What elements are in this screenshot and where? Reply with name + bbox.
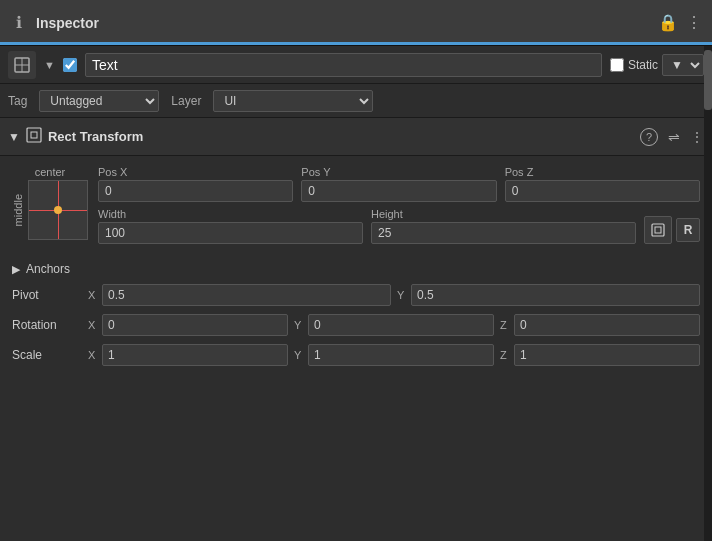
height-group: Height (371, 208, 636, 244)
rotation-y-input[interactable] (308, 314, 494, 336)
static-area: Static ▼ (610, 54, 704, 76)
rotation-row: Rotation X Y Z (12, 310, 700, 340)
tag-layer-row: Tag Untagged Layer UI (0, 84, 712, 118)
svg-rect-4 (31, 132, 37, 138)
pivot-fields: X Y (88, 284, 700, 306)
anchors-label: Anchors (26, 262, 70, 276)
scale-z-label: Z (500, 349, 512, 361)
pivot-widget: center middle (12, 166, 88, 244)
scale-y-field: Y (294, 344, 494, 366)
pos-x-input[interactable] (98, 180, 293, 202)
rect-grid: center middle Pos X (12, 166, 700, 244)
object-row: ▼ Static ▼ (0, 46, 712, 84)
pos-z-input[interactable] (505, 180, 700, 202)
height-label: Height (371, 208, 636, 220)
pos-z-group: Pos Z (505, 166, 700, 202)
anchors-collapse-arrow[interactable]: ▶ (12, 263, 20, 276)
scale-y-input[interactable] (308, 344, 494, 366)
scale-z-input[interactable] (514, 344, 700, 366)
pivot-dot (54, 206, 62, 214)
section-icon (26, 127, 42, 146)
pos-y-input[interactable] (301, 180, 496, 202)
title-tab-indicator (0, 42, 712, 45)
scrollbar[interactable] (704, 46, 712, 541)
title-bar-actions: 🔒 ⋮ (658, 13, 702, 32)
layer-select[interactable]: UI (213, 90, 373, 112)
pos-x-group: Pos X (98, 166, 293, 202)
rotation-y-field: Y (294, 314, 494, 336)
pivot-middle-label: middle (12, 194, 24, 226)
pivot-x-field: X (88, 284, 391, 306)
scale-x-label: X (88, 349, 100, 361)
object-enabled-icon: ▼ (44, 59, 55, 71)
scale-row: Scale X Y Z (12, 340, 700, 370)
svg-rect-3 (27, 128, 41, 142)
section-title: Rect Transform (48, 129, 634, 144)
pos-x-label: Pos X (98, 166, 293, 178)
object-active-checkbox[interactable] (63, 58, 77, 72)
rotation-row-label: Rotation (12, 318, 82, 332)
pivot-row: Pivot X Y (12, 280, 700, 310)
title-bar: ℹ Inspector 🔒 ⋮ (0, 0, 712, 46)
height-input[interactable] (371, 222, 636, 244)
section-actions: ? ⇌ ⋮ (640, 128, 704, 146)
pos-grid: Pos X Pos Y Pos Z Width (98, 166, 700, 244)
object-name-input[interactable] (85, 53, 602, 77)
static-label: Static (628, 58, 658, 72)
scale-z-field: Z (500, 344, 700, 366)
scale-x-input[interactable] (102, 344, 288, 366)
lock-icon[interactable]: 🔒 (658, 13, 678, 32)
width-label: Width (98, 208, 363, 220)
pivot-y-field: Y (397, 284, 700, 306)
pivot-row-label: Pivot (12, 288, 82, 302)
static-dropdown[interactable]: ▼ (662, 54, 704, 76)
pos-row-xyz: Pos X Pos Y Pos Z (98, 166, 700, 202)
anchors-row: ▶ Anchors (12, 254, 700, 280)
constrain-proportions-button[interactable] (644, 216, 672, 244)
reset-button[interactable]: R (676, 218, 700, 242)
pos-y-label: Pos Y (301, 166, 496, 178)
static-checkbox[interactable] (610, 58, 624, 72)
rotation-z-field: Z (500, 314, 700, 336)
settings-icon[interactable]: ⇌ (668, 129, 680, 145)
scale-y-label: Y (294, 349, 306, 361)
help-icon[interactable]: ? (640, 128, 658, 146)
width-group: Width (98, 208, 363, 244)
inspector-icon: ℹ (10, 14, 28, 32)
pivot-y-input[interactable] (411, 284, 700, 306)
width-input[interactable] (98, 222, 363, 244)
rotation-x-label: X (88, 319, 100, 331)
layer-label: Layer (171, 94, 201, 108)
pivot-wrapper: middle (12, 180, 88, 240)
object-icon (8, 51, 36, 79)
section-collapse-arrow[interactable]: ▼ (8, 130, 20, 144)
pivot-center-label: center (35, 166, 66, 178)
inspector-window: ℹ Inspector 🔒 ⋮ ▼ Static ▼ Tag (0, 0, 712, 541)
wh-row: Width Height R (98, 208, 700, 244)
rotation-x-input[interactable] (102, 314, 288, 336)
menu-icon[interactable]: ⋮ (686, 13, 702, 32)
pos-z-label: Pos Z (505, 166, 700, 178)
rotation-fields: X Y Z (88, 314, 700, 336)
svg-rect-6 (655, 227, 661, 233)
svg-rect-5 (652, 224, 664, 236)
tag-select[interactable]: Untagged (39, 90, 159, 112)
pivot-y-label: Y (397, 289, 409, 301)
rect-transform-header: ▼ Rect Transform ? ⇌ ⋮ (0, 118, 712, 156)
pivot-x-input[interactable] (102, 284, 391, 306)
pivot-box[interactable] (28, 180, 88, 240)
tag-label: Tag (8, 94, 27, 108)
scale-fields: X Y Z (88, 344, 700, 366)
scale-row-label: Scale (12, 348, 82, 362)
pos-y-group: Pos Y (301, 166, 496, 202)
scrollbar-thumb[interactable] (704, 50, 712, 110)
rect-transform-content: center middle Pos X (0, 156, 712, 541)
rotation-z-label: Z (500, 319, 512, 331)
rotation-z-input[interactable] (514, 314, 700, 336)
rotation-x-field: X (88, 314, 288, 336)
component-menu-icon[interactable]: ⋮ (690, 129, 704, 145)
title-bar-text: Inspector (36, 15, 99, 31)
rotation-y-label: Y (294, 319, 306, 331)
pivot-x-label: X (88, 289, 100, 301)
scale-x-field: X (88, 344, 288, 366)
